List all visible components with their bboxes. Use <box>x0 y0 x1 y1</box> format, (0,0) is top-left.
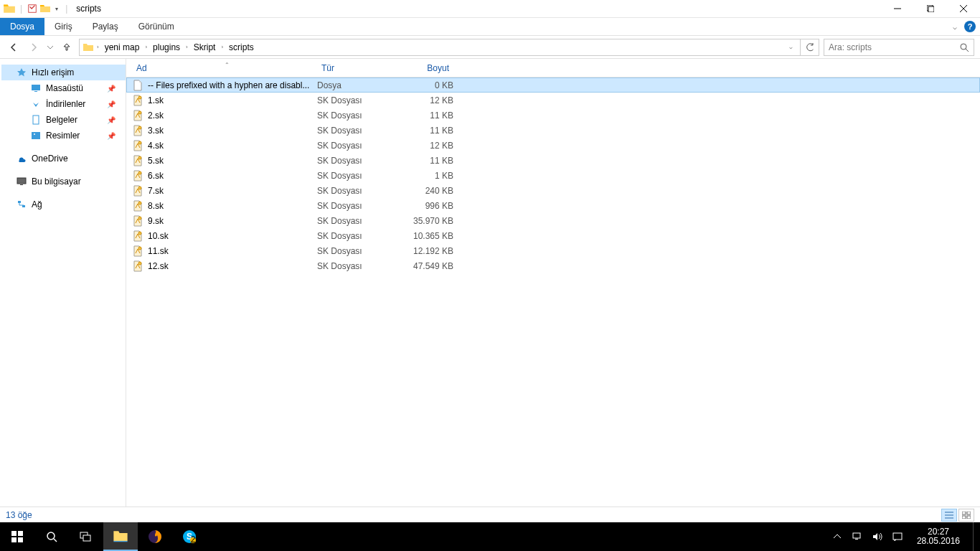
file-type: SK Dosyası <box>317 231 403 241</box>
tab-home[interactable]: Giriş <box>44 18 83 35</box>
view-details-button[interactable] <box>941 509 957 522</box>
taskbar-explorer[interactable] <box>103 522 138 551</box>
svg-point-19 <box>138 126 141 129</box>
column-name[interactable]: Ad⌃ <box>132 63 317 73</box>
table-row[interactable]: 4.skSK Dosyası12 KB <box>126 138 980 153</box>
sidebar-item-downloads[interactable]: İndirilenler 📌 <box>1 96 126 112</box>
svg-rect-50 <box>855 539 858 540</box>
table-row[interactable]: 1.skSK Dosyası12 KB <box>126 93 980 108</box>
svg-rect-37 <box>18 531 23 536</box>
table-row[interactable]: 3.skSK Dosyası11 KB <box>126 123 980 138</box>
column-size[interactable]: Boyut <box>403 63 453 73</box>
chevron-right-icon[interactable]: › <box>220 44 225 50</box>
table-row[interactable]: 10.skSK Dosyası10.365 KB <box>126 228 980 243</box>
qat-dropdown-icon[interactable]: ▾ <box>55 6 58 12</box>
sidebar-item-label: Masaüstü <box>46 83 83 93</box>
table-row[interactable]: 5.skSK Dosyası11 KB <box>126 153 980 168</box>
help-icon[interactable]: ? <box>964 21 976 32</box>
status-bar: 13 öğe <box>0 507 980 522</box>
taskbar-firefox[interactable] <box>138 522 172 551</box>
sk-file-icon <box>132 215 143 227</box>
tab-view[interactable]: Görünüm <box>128 18 184 35</box>
sidebar-quick-access[interactable]: Hızlı erişim <box>1 65 126 80</box>
file-size: 12 KB <box>403 95 453 105</box>
taskbar-clock[interactable]: 20:27 28.05.2016 <box>911 527 966 546</box>
desktop-icon <box>30 83 42 94</box>
svg-point-12 <box>34 133 35 135</box>
table-row[interactable]: 11.skSK Dosyası12.192 KB <box>126 243 980 258</box>
taskbar-skype[interactable]: S2 <box>172 522 207 551</box>
svg-point-40 <box>47 532 55 540</box>
file-name: 2.sk <box>148 110 317 121</box>
breadcrumb-segment[interactable]: scripts <box>226 41 257 54</box>
search-input[interactable]: Ara: scripts <box>824 39 974 56</box>
table-row[interactable]: 9.skSK Dosyası35.970 KB <box>126 213 980 228</box>
tab-file[interactable]: Dosya <box>0 18 44 35</box>
file-type: SK Dosyası <box>317 261 403 271</box>
refresh-button[interactable] <box>801 39 819 56</box>
search-icon <box>959 42 969 52</box>
chevron-right-icon[interactable]: › <box>95 44 100 50</box>
column-type[interactable]: Tür <box>317 63 403 73</box>
tab-share[interactable]: Paylaş <box>83 18 128 35</box>
tray-network-icon[interactable] <box>851 530 864 543</box>
file-size: 0 KB <box>403 80 453 90</box>
chevron-right-icon[interactable]: › <box>143 44 149 50</box>
view-icons-button[interactable] <box>958 509 974 522</box>
table-row[interactable]: 8.skSK Dosyası996 KB <box>126 198 980 213</box>
file-size: 11 KB <box>403 110 453 121</box>
chevron-right-icon[interactable]: › <box>184 44 189 50</box>
sidebar-item-pictures[interactable]: Resimler 📌 <box>1 128 126 143</box>
table-row[interactable]: -- Files prefixed with a hyphen are disa… <box>126 77 980 93</box>
address-dropdown-icon[interactable]: ⌵ <box>785 44 797 50</box>
ribbon-collapse-icon[interactable]: ⌵ <box>953 23 957 31</box>
table-row[interactable]: 2.skSK Dosyası11 KB <box>126 108 980 123</box>
sidebar-item-thispc[interactable]: Bu bilgisayar <box>1 174 126 189</box>
sidebar-item-network[interactable]: Ağ <box>1 197 126 212</box>
back-button[interactable] <box>6 39 22 56</box>
breadcrumb-segment[interactable]: yeni map <box>102 41 143 54</box>
file-name: 1.sk <box>148 95 317 105</box>
svg-rect-38 <box>11 537 17 542</box>
svg-point-21 <box>138 156 141 159</box>
table-row[interactable]: 12.skSK Dosyası47.549 KB <box>126 258 980 273</box>
breadcrumb-segment[interactable]: Skript <box>191 41 219 54</box>
sk-file-icon <box>132 260 143 272</box>
svg-point-27 <box>138 247 141 250</box>
svg-rect-32 <box>962 512 966 514</box>
tray-overflow-icon[interactable] <box>831 530 844 543</box>
minimize-button[interactable] <box>881 0 914 18</box>
navigation-bar: › yeni map › plugins › Skript › scripts … <box>0 36 980 59</box>
taskview-button[interactable] <box>69 522 103 551</box>
svg-rect-10 <box>33 116 39 124</box>
up-button[interactable] <box>59 39 75 56</box>
tray-notifications-icon[interactable] <box>891 530 904 543</box>
close-button[interactable] <box>947 0 980 18</box>
table-row[interactable]: 7.skSK Dosyası240 KB <box>126 183 980 198</box>
pin-icon: 📌 <box>107 116 116 124</box>
file-type: SK Dosyası <box>317 171 403 181</box>
svg-point-23 <box>138 187 141 189</box>
forward-button[interactable] <box>26 39 42 56</box>
start-button[interactable] <box>0 522 34 551</box>
sidebar-item-desktop[interactable]: Masaüstü 📌 <box>1 80 126 96</box>
window-title: scripts <box>76 4 101 14</box>
qat-properties-icon[interactable] <box>27 3 38 14</box>
breadcrumb-segment[interactable]: plugins <box>150 41 183 54</box>
address-bar[interactable]: › yeni map › plugins › Skript › scripts … <box>79 39 801 56</box>
table-row[interactable]: 6.skSK Dosyası1 KB <box>126 168 980 183</box>
sk-file-icon <box>132 185 143 197</box>
file-type: SK Dosyası <box>317 156 403 166</box>
file-size: 11 KB <box>403 126 453 136</box>
svg-rect-34 <box>962 516 966 519</box>
recent-dropdown-icon[interactable] <box>46 39 55 56</box>
tray-volume-icon[interactable] <box>871 530 884 543</box>
search-button[interactable] <box>34 522 69 551</box>
sidebar-item-onedrive[interactable]: OneDrive <box>1 151 126 166</box>
file-type: SK Dosyası <box>317 141 403 151</box>
file-name: 10.sk <box>148 231 317 241</box>
svg-text:2: 2 <box>191 534 196 545</box>
sidebar-item-documents[interactable]: Belgeler 📌 <box>1 112 126 128</box>
show-desktop-button[interactable] <box>973 522 977 551</box>
maximize-button[interactable] <box>914 0 947 18</box>
